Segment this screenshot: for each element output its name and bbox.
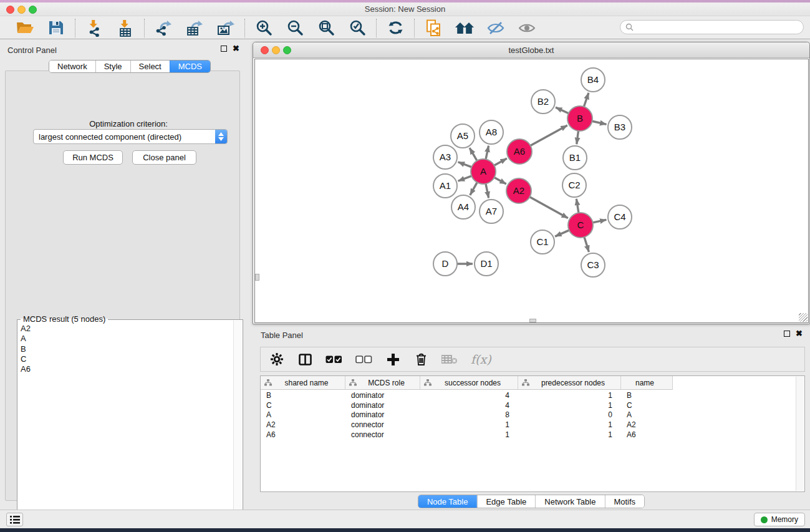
mcds-result-scrollbar[interactable] [233,321,242,532]
cell-MCDS-role: dominator [345,401,420,411]
graph-edge-A6-B[interactable] [531,125,567,145]
column-header-shared-name[interactable]: shared name [261,376,345,390]
graph-node-label-A3: A3 [440,152,451,162]
graph-edge-C-C1[interactable] [555,230,569,236]
tab-network[interactable]: Network [49,60,95,72]
main-toolbar-icons [6,18,546,38]
graph-node-label-A5: A5 [457,130,468,141]
close-panel-button[interactable]: Close panel [132,150,196,165]
zoom-out-icon[interactable] [284,18,306,38]
import-table-icon[interactable] [115,18,136,38]
tab-edge-table[interactable]: Edge Table [476,495,535,508]
deselect-all-icon[interactable] [355,350,372,369]
export-network-icon[interactable] [153,18,174,38]
select-all-icon[interactable] [325,350,342,369]
table-row[interactable]: Adominator80A [261,410,796,420]
network-window-title-bar[interactable]: testGlobe.txt [253,42,809,58]
table-row[interactable]: Bdominator41B [261,391,796,401]
delete-column-icon[interactable] [413,350,428,369]
column-header-predecessor-nodes[interactable]: predecessor nodes [518,376,621,390]
cell-name: A [621,410,673,420]
graph-edge-B-B2[interactable] [556,107,569,114]
mcds-result-item[interactable]: A2 [17,324,233,334]
show-all-icon[interactable] [516,18,538,38]
column-header-name[interactable]: name [621,376,673,390]
run-mcds-button[interactable]: Run MCDS [63,150,123,165]
first-neighbors-icon[interactable] [454,18,475,38]
export-table-icon[interactable] [184,18,205,38]
zoom-selected-icon[interactable] [347,18,368,38]
column-header-successor-nodes[interactable]: successor nodes [420,376,518,390]
node-table-scrollbar[interactable] [796,377,804,491]
tab-style[interactable]: Style [95,60,130,72]
cell-predecessor-nodes: 1 [518,391,621,401]
graph-node-label-B3: B3 [614,122,625,132]
graph-edge-A-A3[interactable] [458,162,472,167]
hide-selected-icon[interactable] [485,18,506,38]
graph-edge-A2-C[interactable] [529,197,567,218]
graph-edge-C-C2[interactable] [576,199,579,213]
graph-edge-A-A7[interactable] [486,184,489,198]
apply-layout-icon[interactable] [385,18,406,38]
workspace: Control Panel ✖ Optimization criterion: … [0,40,810,510]
table-settings-icon[interactable] [269,350,284,369]
save-session-icon[interactable] [46,18,67,38]
graph-edge-A-A4[interactable] [470,182,477,195]
graph-edge-A-A5[interactable] [470,148,477,161]
window-resize-grip[interactable] [799,313,808,322]
table-row[interactable]: A6connector11A6 [261,430,796,440]
column-header-MCDS-role[interactable]: MCDS role [345,376,420,390]
cell-MCDS-role: dominator [345,410,420,420]
new-network-from-selection-icon[interactable] [423,18,444,38]
cell-MCDS-role: connector [345,420,420,430]
graph-edge-C-C3[interactable] [584,237,589,252]
graph-edge-A-A1[interactable] [458,176,472,181]
table-panel-close-icon[interactable]: ✖ [796,331,803,337]
optimization-criterion-select[interactable]: largest connected component (directed) [33,129,228,144]
cell-successor-nodes: 1 [420,430,518,440]
add-column-icon[interactable] [385,350,400,369]
import-network-icon[interactable] [84,18,105,38]
control-panel: Control Panel ✖ Optimization criterion: … [0,40,246,510]
graph-edge-B-B1[interactable] [577,131,579,144]
graph-edge-B-B3[interactable] [592,121,607,124]
open-session-icon[interactable] [14,18,36,38]
table-panel-float-icon[interactable] [784,331,790,337]
network-canvas[interactable]: AA1A2A3A4A5A6A7A8BB1B2B3B4CC1C2C3C4DD1 [254,59,809,323]
table-row[interactable]: A2connector11A2 [261,420,796,430]
tab-network-table[interactable]: Network Table [535,495,604,508]
tab-mcds[interactable]: MCDS [170,60,210,72]
network-view-window: testGlobe.txt AA1A2A3A4A5A6A7A8BB1B2B3B4… [253,42,810,324]
tab-select[interactable]: Select [130,60,170,72]
canvas-left-splitter-handle[interactable] [255,274,259,281]
table-row[interactable]: Cdominator41C [261,401,796,411]
canvas-bottom-splitter-handle[interactable] [529,319,536,322]
tab-node-table[interactable]: Node Table [418,495,477,508]
search-input[interactable] [634,23,803,32]
control-panel-tabs: NetworkStyleSelectMCDS [49,60,211,73]
memory-button[interactable]: Memory [754,513,805,526]
graph-edge-B-B4[interactable] [584,93,589,107]
control-panel-close-icon[interactable]: ✖ [233,46,239,52]
node-table-header: shared nameMCDS rolesuccessor nodesprede… [261,376,673,390]
graph-edge-C-C4[interactable] [593,220,607,223]
graph-edge-A-A2[interactable] [494,178,506,184]
mcds-result-item[interactable]: C [17,354,233,364]
export-image-icon[interactable] [215,18,236,38]
tab-motifs[interactable]: Motifs [604,495,644,508]
task-history-button[interactable] [6,513,23,526]
mcds-result-item[interactable]: A6 [17,364,233,374]
toggle-panel-icon[interactable] [297,350,312,369]
zoom-fit-icon[interactable] [316,18,337,38]
delete-table-icon [441,350,458,369]
mcds-result-item[interactable]: B [17,344,233,354]
control-panel-content: Optimization criterion: largest connecte… [5,70,240,501]
cell-name: A2 [621,420,673,430]
zoom-in-icon[interactable] [253,18,274,38]
search-box[interactable] [620,20,804,34]
control-panel-float-icon[interactable] [221,46,227,52]
mcds-result-item[interactable]: A [17,334,233,344]
graph-edge-A-A6[interactable] [494,158,507,165]
graph-edge-A-A8[interactable] [486,146,489,160]
graph-node-label-C3: C3 [587,259,599,270]
